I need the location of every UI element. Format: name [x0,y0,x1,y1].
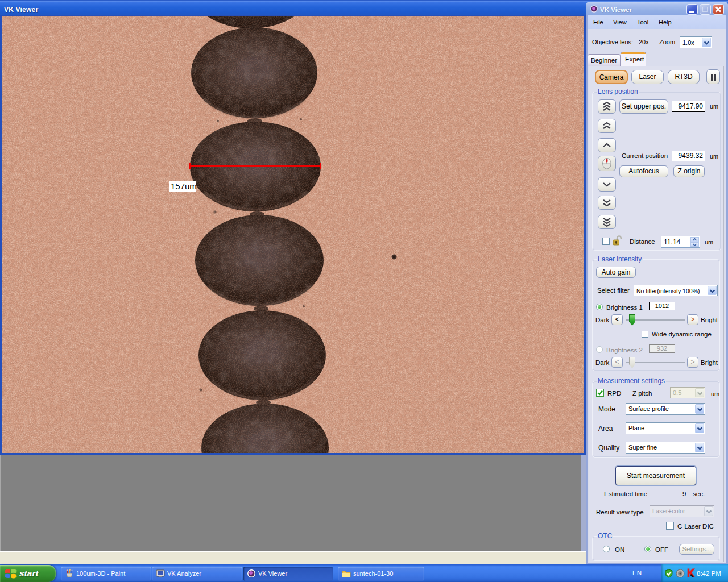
svg-text:157um: 157um [171,181,197,191]
